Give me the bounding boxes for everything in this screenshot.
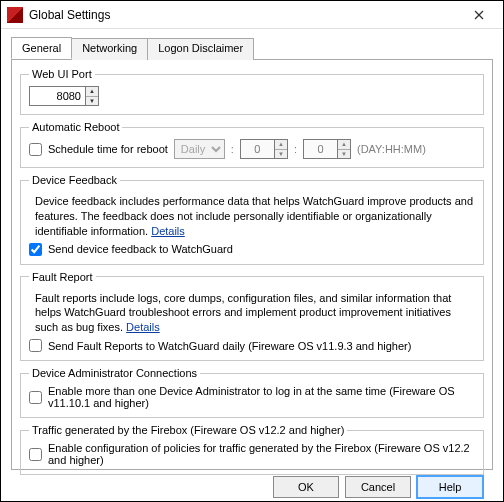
schedule-reboot-checkbox[interactable] [29, 143, 42, 156]
dialog-buttons: OK Cancel Help [11, 470, 493, 502]
reboot-sep-2: : [294, 143, 297, 155]
fault-report-details-link[interactable]: Details [126, 321, 160, 333]
group-device-feedback-legend: Device Feedback [29, 174, 120, 186]
window-title: Global Settings [29, 8, 461, 22]
device-feedback-desc-text: Device feedback includes performance dat… [35, 195, 473, 237]
group-automatic-reboot-legend: Automatic Reboot [29, 121, 122, 133]
web-ui-port-spinner[interactable]: ▲ ▼ [29, 86, 99, 106]
send-feedback-label: Send device feedback to WatchGuard [48, 243, 233, 255]
enable-multi-admin-checkbox[interactable] [29, 391, 42, 404]
group-fault-report: Fault Report Fault reports include logs,… [20, 271, 484, 362]
send-fault-checkbox-wrap[interactable]: Send Fault Reports to WatchGuard daily (… [29, 339, 475, 352]
reboot-suffix: (DAY:HH:MM) [357, 143, 426, 155]
reboot-sep-1: : [231, 143, 234, 155]
chevron-up-icon[interactable]: ▲ [275, 140, 287, 150]
tab-logon-disclaimer[interactable]: Logon Disclaimer [147, 38, 254, 60]
tabstrip: General Networking Logon Disclaimer [11, 37, 493, 60]
enable-traffic-policies-checkbox-wrap[interactable]: Enable configuration of policies for tra… [29, 442, 475, 466]
chevron-up-icon[interactable]: ▲ [338, 140, 350, 150]
close-button[interactable] [461, 4, 497, 26]
reboot-minute-spinner[interactable]: ▲▼ [303, 139, 351, 159]
group-web-ui-port-legend: Web UI Port [29, 68, 95, 80]
help-button[interactable]: Help [417, 476, 483, 498]
reboot-minute-input[interactable] [303, 139, 337, 159]
fault-report-desc-text: Fault reports include logs, core dumps, … [35, 292, 451, 334]
send-fault-checkbox[interactable] [29, 339, 42, 352]
group-automatic-reboot: Automatic Reboot Schedule time for reboo… [20, 121, 484, 168]
group-fault-report-legend: Fault Report [29, 271, 96, 283]
client-area: General Networking Logon Disclaimer Web … [1, 29, 503, 502]
chevron-up-icon[interactable]: ▲ [86, 87, 98, 97]
cancel-button[interactable]: Cancel [345, 476, 411, 498]
chevron-down-icon[interactable]: ▼ [275, 150, 287, 159]
group-admin-connections: Device Administrator Connections Enable … [20, 367, 484, 418]
fault-report-desc: Fault reports include logs, core dumps, … [35, 291, 475, 336]
enable-traffic-policies-label: Enable configuration of policies for tra… [48, 442, 475, 466]
web-ui-port-input[interactable] [29, 86, 85, 106]
tab-general[interactable]: General [11, 37, 72, 59]
schedule-reboot-checkbox-wrap[interactable]: Schedule time for reboot [29, 143, 168, 156]
reboot-hour-spinner[interactable]: ▲▼ [240, 139, 288, 159]
group-device-feedback: Device Feedback Device feedback includes… [20, 174, 484, 265]
send-fault-label: Send Fault Reports to WatchGuard daily (… [48, 340, 411, 352]
group-traffic-firebox-legend: Traffic generated by the Firebox (Firewa… [29, 424, 347, 436]
reboot-frequency-select[interactable]: Daily [174, 139, 225, 159]
chevron-down-icon[interactable]: ▼ [86, 97, 98, 106]
enable-multi-admin-label: Enable more than one Device Administrato… [48, 385, 475, 409]
device-feedback-details-link[interactable]: Details [151, 225, 185, 237]
chevron-down-icon[interactable]: ▼ [338, 150, 350, 159]
tab-networking[interactable]: Networking [71, 38, 148, 60]
titlebar: Global Settings [1, 1, 503, 29]
group-admin-connections-legend: Device Administrator Connections [29, 367, 200, 379]
device-feedback-desc: Device feedback includes performance dat… [35, 194, 475, 239]
group-traffic-firebox: Traffic generated by the Firebox (Firewa… [20, 424, 484, 475]
group-web-ui-port: Web UI Port ▲ ▼ [20, 68, 484, 115]
schedule-reboot-label: Schedule time for reboot [48, 143, 168, 155]
close-icon [474, 10, 484, 20]
app-icon [7, 7, 23, 23]
send-feedback-checkbox[interactable] [29, 243, 42, 256]
send-feedback-checkbox-wrap[interactable]: Send device feedback to WatchGuard [29, 243, 475, 256]
tab-panel-general: Web UI Port ▲ ▼ Automatic Reboot Schedul… [11, 60, 493, 470]
enable-traffic-policies-checkbox[interactable] [29, 448, 42, 461]
ok-button[interactable]: OK [273, 476, 339, 498]
reboot-hour-input[interactable] [240, 139, 274, 159]
web-ui-port-spin-buttons[interactable]: ▲ ▼ [85, 86, 99, 106]
enable-multi-admin-checkbox-wrap[interactable]: Enable more than one Device Administrato… [29, 385, 475, 409]
